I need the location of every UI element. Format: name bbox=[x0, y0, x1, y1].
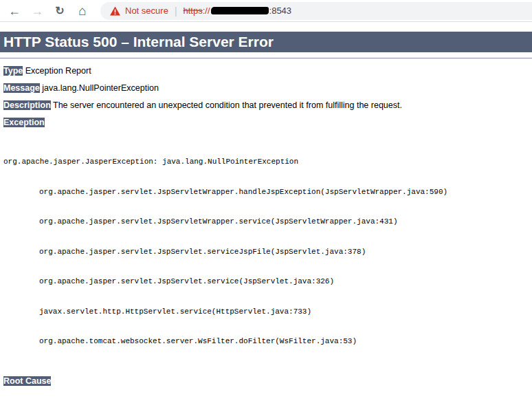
stack-frame: org.apache.jasper.servlet.JspServlet.ser… bbox=[3, 277, 532, 287]
type-row: Type Exception Report bbox=[3, 66, 532, 76]
url-text[interactable]: https://:8543 bbox=[184, 6, 292, 16]
address-bar[interactable]: Not secure | https://:8543 bbox=[100, 2, 532, 20]
browser-toolbar: ← → ↻ ⌂ Not secure | https://:8543 bbox=[0, 0, 532, 22]
type-value: Exception Report bbox=[25, 66, 91, 76]
url-port: :8543 bbox=[269, 6, 292, 16]
exception-trace-title: org.apache.jasper.JasperException: java.… bbox=[3, 157, 532, 167]
message-label: Message bbox=[3, 83, 40, 93]
root-cause-heading: Root Cause bbox=[3, 376, 532, 386]
type-label: Type bbox=[3, 66, 23, 76]
reload-button[interactable]: ↻ bbox=[52, 6, 67, 17]
message-row: Message java.lang.NullPointerException bbox=[3, 83, 532, 93]
not-secure-label[interactable]: Not secure bbox=[125, 6, 168, 16]
message-value: java.lang.NullPointerException bbox=[42, 83, 159, 93]
stack-frame: org.apache.jasper.servlet.JspServlet.ser… bbox=[3, 247, 532, 257]
description-value: The server encountered an unexpected con… bbox=[53, 100, 402, 110]
not-secure-warning-icon[interactable] bbox=[110, 6, 120, 16]
root-cause-stacktrace: java.lang.NullPointerException org.apach… bbox=[3, 395, 532, 401]
page-title: HTTP Status 500 – Internal Server Error bbox=[0, 32, 532, 52]
url-scheme-suffix: :// bbox=[203, 6, 210, 16]
exception-label: Exception bbox=[3, 118, 45, 127]
address-separator: | bbox=[175, 6, 177, 17]
home-button[interactable]: ⌂ bbox=[75, 4, 90, 17]
stack-frame: org.apache.jasper.servlet.JspServletWrap… bbox=[3, 217, 532, 227]
error-page: HTTP Status 500 – Internal Server Error … bbox=[0, 32, 532, 401]
back-button[interactable]: ← bbox=[7, 5, 22, 17]
stack-frame: org.apache.tomcat.websocket.server.WsFil… bbox=[3, 336, 532, 347]
url-scheme: https bbox=[184, 6, 203, 16]
divider-line-top bbox=[0, 58, 532, 58]
description-label: Description bbox=[3, 100, 51, 110]
forward-button[interactable]: → bbox=[30, 5, 45, 17]
root-cause-label: Root Cause bbox=[3, 376, 51, 386]
exception-stacktrace: org.apache.jasper.JasperException: java.… bbox=[3, 137, 532, 367]
stack-frame: org.apache.jasper.servlet.JspServletWrap… bbox=[3, 187, 532, 197]
redacted-host bbox=[211, 7, 269, 14]
exception-heading: Exception bbox=[3, 118, 532, 127]
description-row: Description The server encountered an un… bbox=[3, 100, 532, 110]
stack-frame: javax.servlet.http.HttpServlet.service(H… bbox=[3, 307, 532, 317]
